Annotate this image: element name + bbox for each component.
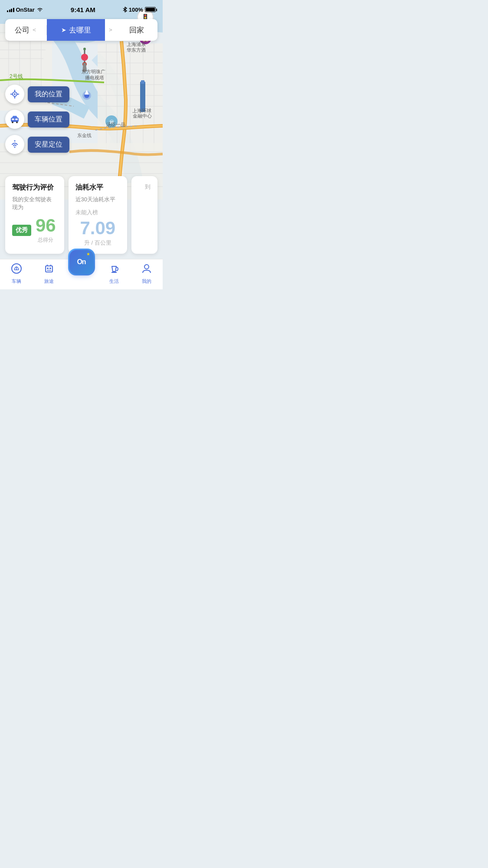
svg-rect-58 — [46, 266, 52, 272]
svg-rect-49 — [12, 118, 14, 120]
driving-behavior-card[interactable]: 驾驶行为评价 我的安全驾驶表现为 优秀 96 总得分 — [5, 176, 64, 254]
fuel-unit: 升 / 百公里 — [75, 239, 121, 247]
svg-rect-60 — [49, 268, 51, 269]
map-label-line2: 2号线 — [10, 73, 23, 80]
search-bar[interactable]: 公司 ＜ ➤ 去哪里 ＞ 回家 — [5, 19, 157, 41]
svg-point-52 — [16, 121, 18, 123]
vehicle-location-row[interactable]: 车辆位置 — [5, 110, 69, 129]
svg-point-47 — [14, 93, 16, 95]
vehicle-tab-label: 车辆 — [12, 278, 21, 285]
signal-bar-2 — [9, 10, 10, 12]
svg-point-28 — [81, 54, 88, 61]
destination-label: 去哪里 — [69, 25, 91, 35]
driving-card-bottom: 优秀 96 总得分 — [12, 216, 57, 244]
tab-bar: 车辆 旅途 On ★ 生活 — [0, 259, 163, 289]
vehicle-location-icon-circle[interactable] — [5, 110, 24, 129]
location-buttons: 我的位置 车辆位置 — [5, 85, 69, 154]
svg-point-63 — [144, 265, 149, 269]
car-icon — [10, 114, 20, 124]
signal-bar-3 — [11, 9, 12, 12]
search-company-button[interactable]: 公司 ＜ — [5, 25, 47, 35]
trip-tab-icon — [43, 263, 55, 277]
fuel-card-subtitle: 近30天油耗水平 — [75, 196, 121, 203]
mine-tab-icon — [141, 263, 152, 277]
life-tab-label: 生活 — [109, 278, 119, 285]
driving-card-subtitle: 我的安全驾驶表现为 — [12, 196, 57, 211]
tab-life[interactable]: 生活 — [98, 263, 130, 285]
excellent-badge: 优秀 — [12, 225, 31, 236]
status-bar: OnStar 9:41 AM 100% — [0, 0, 163, 19]
map-label-swfc2: 金融中心 — [133, 113, 152, 119]
tab-trip[interactable]: 旅途 — [33, 263, 65, 285]
svg-rect-59 — [47, 268, 49, 269]
tab-vehicle[interactable]: 车辆 — [0, 263, 33, 285]
status-time: 9:41 AM — [71, 6, 95, 13]
signal-bar-4 — [13, 8, 14, 12]
map-label-dongjin: 东金线 — [77, 132, 92, 139]
trip-tab-label: 旅途 — [44, 278, 54, 285]
driving-score: 96 — [36, 216, 56, 235]
search-destination-button[interactable]: ➤ 去哪里 — [47, 19, 105, 41]
chevron-right-icon: ＞ — [108, 26, 114, 34]
vehicle-tab-icon — [11, 263, 22, 277]
my-location-row[interactable]: 我的位置 — [5, 85, 69, 104]
svg-point-53 — [14, 147, 16, 148]
status-right: 100% — [123, 7, 156, 13]
map-label-pudong2: 华东方酒 — [127, 47, 146, 53]
carrier-label: OnStar — [16, 7, 35, 13]
map-label-pearl1: 东方明珠广 — [82, 69, 105, 75]
svg-point-30 — [83, 48, 86, 50]
chevron-left-icon: ＜ — [31, 26, 37, 34]
satellite-icon — [10, 139, 20, 150]
svg-rect-50 — [15, 118, 18, 120]
right-section: ＞ — [105, 26, 116, 34]
driving-score-label: 总得分 — [36, 236, 56, 244]
bottom-cards: 驾驶行为评价 我的安全驾驶表现为 优秀 96 总得分 油耗水平 近30天油耗水平… — [0, 171, 163, 259]
status-left: OnStar — [7, 7, 43, 13]
wifi-icon — [36, 7, 43, 12]
fuel-card-note: 未能入榜 — [75, 209, 121, 216]
mine-tab-label: 我的 — [142, 278, 151, 285]
vehicle-location-button[interactable]: 车辆位置 — [28, 111, 69, 128]
battery-icon — [145, 7, 156, 12]
company-label: 公司 — [15, 25, 29, 35]
driving-card-title: 驾驶行为评价 — [12, 183, 57, 192]
third-card[interactable]: 到 — [131, 176, 157, 254]
search-home-button[interactable]: 回家 — [116, 25, 157, 35]
star-location-icon-circle[interactable] — [5, 135, 24, 154]
third-card-label: 到 — [145, 183, 151, 191]
svg-marker-54 — [14, 140, 16, 142]
tab-center[interactable]: On ★ — [65, 259, 98, 275]
fuel-value: 7.09 — [75, 219, 121, 237]
fuel-card[interactable]: 油耗水平 近30天油耗水平 未能入榜 7.09 升 / 百公里 — [69, 176, 128, 254]
bluetooth-icon — [123, 7, 127, 13]
navigation-icon: ➤ — [61, 26, 66, 33]
life-tab-icon — [108, 263, 120, 277]
center-tab-button[interactable]: On ★ — [69, 250, 94, 274]
my-location-icon-circle[interactable] — [5, 85, 24, 104]
svg-point-51 — [12, 121, 13, 123]
signal-bar-1 — [7, 10, 8, 12]
map-label-pearl2: 播电视塔 — [85, 75, 104, 81]
center-tab-label: On — [77, 258, 85, 266]
battery-fill — [146, 8, 155, 11]
fuel-card-title: 油耗水平 — [75, 183, 121, 192]
center-tab-star: ★ — [86, 252, 90, 256]
star-location-row[interactable]: 安星定位 — [5, 135, 69, 154]
star-location-button[interactable]: 安星定位 — [28, 137, 69, 153]
home-label: 回家 — [129, 25, 144, 35]
location-crosshair-icon — [10, 89, 20, 99]
battery-percent: 100% — [129, 7, 143, 13]
map-label-tangchen: 汤臣一品 — [106, 121, 125, 128]
my-location-button[interactable]: 我的位置 — [28, 86, 69, 102]
svg-rect-32 — [141, 80, 144, 84]
signal-bars — [7, 7, 14, 12]
tab-mine[interactable]: 我的 — [130, 263, 163, 285]
